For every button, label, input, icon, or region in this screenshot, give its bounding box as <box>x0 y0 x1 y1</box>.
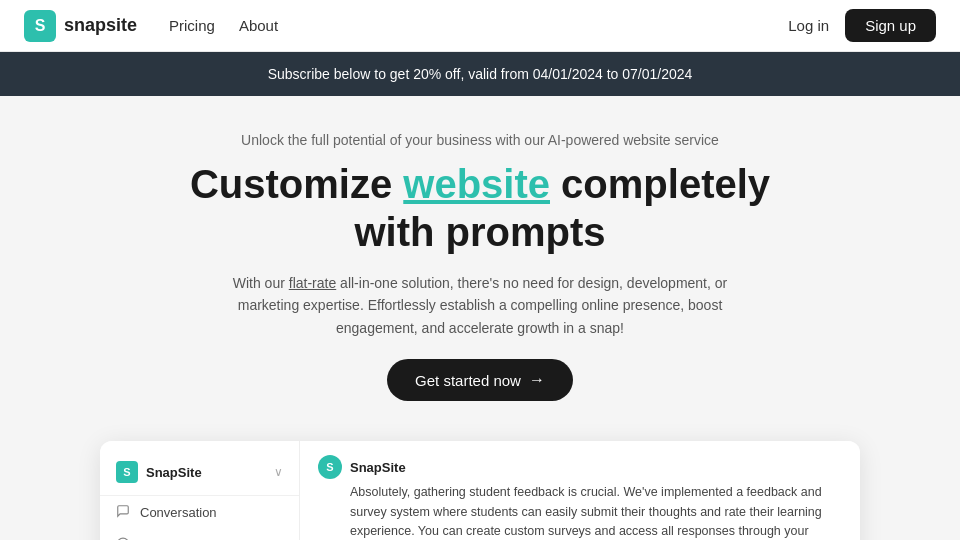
hero-subtitle: Unlock the full potential of your busine… <box>20 132 940 148</box>
chat-text-0: Absolutely, gathering student feedback i… <box>318 483 842 540</box>
sidebar-brand[interactable]: S SnapSite ∨ <box>100 453 299 496</box>
sidebar-chevron-icon: ∨ <box>274 465 283 479</box>
sidebar-item-conversation[interactable]: Conversation <box>100 496 299 529</box>
sidebar-brand-inner: S SnapSite <box>116 461 202 483</box>
sidebar-item-plans[interactable]: Plans <box>100 529 299 540</box>
nav-link-pricing[interactable]: Pricing <box>169 17 215 34</box>
dashboard-preview: S SnapSite ∨ Conversation Plans Stripe P… <box>100 441 860 540</box>
sidebar-logo-letter: S <box>123 466 130 478</box>
promo-text: Subscribe below to get 20% off, valid fr… <box>268 66 693 82</box>
logo-letter: S <box>35 17 46 35</box>
nav-links: Pricing About <box>169 17 278 34</box>
sidebar-item-label-conversation: Conversation <box>140 505 217 520</box>
chat-sender-0: S SnapSite <box>318 455 842 479</box>
hero-title-before: Customize <box>190 162 403 206</box>
navbar-left: S snapsite Pricing About <box>24 10 278 42</box>
hero-title: Customize website completelywith prompts <box>20 160 940 256</box>
navbar: S snapsite Pricing About Log in Sign up <box>0 0 960 52</box>
logo[interactable]: S snapsite <box>24 10 137 42</box>
chat-sender-name-0: SnapSite <box>350 460 406 475</box>
cta-arrow-icon: → <box>529 371 545 389</box>
navbar-right: Log in Sign up <box>788 9 936 42</box>
chat-content: S SnapSite Absolutely, gathering student… <box>300 441 860 540</box>
snapsite-avatar-0: S <box>318 455 342 479</box>
nav-link-about[interactable]: About <box>239 17 278 34</box>
hero-section: Unlock the full potential of your busine… <box>0 96 960 421</box>
conversation-icon <box>116 504 130 521</box>
hero-title-highlight: website <box>403 162 550 206</box>
chat-message-0: S SnapSite Absolutely, gathering student… <box>318 455 842 540</box>
sidebar-brand-name: SnapSite <box>146 465 202 480</box>
cta-label: Get started now <box>415 372 521 389</box>
hero-description: With our flat-rate all-in-one solution, … <box>220 272 740 339</box>
logo-icon: S <box>24 10 56 42</box>
sidebar: S SnapSite ∨ Conversation Plans Stripe P… <box>100 441 300 540</box>
login-button[interactable]: Log in <box>788 17 829 34</box>
flat-rate-text: flat-rate <box>289 275 336 291</box>
logo-text: snapsite <box>64 15 137 36</box>
cta-button[interactable]: Get started now → <box>387 359 573 401</box>
signup-button[interactable]: Sign up <box>845 9 936 42</box>
sidebar-logo-icon: S <box>116 461 138 483</box>
promo-banner: Subscribe below to get 20% off, valid fr… <box>0 52 960 96</box>
